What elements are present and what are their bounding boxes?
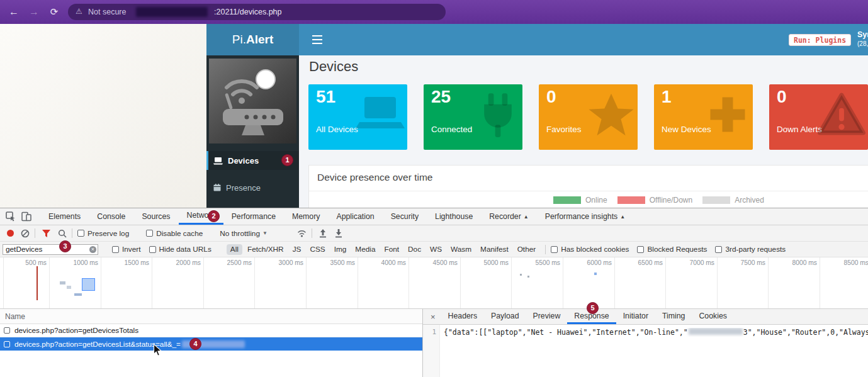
forward-button[interactable]: → <box>26 4 42 20</box>
warning-triangle-icon <box>818 92 865 138</box>
annotation-badge-3: 3 <box>59 240 71 252</box>
clear-filter-icon[interactable]: × <box>89 246 96 253</box>
router-logo-image <box>209 59 296 143</box>
inspect-element-icon[interactable] <box>6 211 16 222</box>
timeline-tick: 8000 ms <box>781 259 817 266</box>
timeline-tick: 6000 ms <box>575 259 612 266</box>
hamburger-menu-icon[interactable] <box>312 35 322 44</box>
throttling-dropdown[interactable]: No throttling▼ <box>220 229 268 238</box>
chevron-down-icon: ▼ <box>262 230 268 236</box>
not-secure-warning-icon: ⚠ <box>76 7 82 16</box>
calendar-icon <box>213 184 221 191</box>
address-bar[interactable]: ⚠ Not secure :20211/devices.php <box>68 4 446 20</box>
invert-checkbox[interactable]: Invert <box>112 245 141 254</box>
annotation-badge-2: 2 <box>208 210 220 222</box>
activity-bar <box>74 293 82 296</box>
run-plugins-button[interactable]: Run: Plugins <box>789 34 851 46</box>
filter-input[interactable] <box>3 244 98 255</box>
devtools-panel: Elements Console Sources Network Perform… <box>0 208 868 377</box>
filter-funnel-icon[interactable] <box>42 229 51 238</box>
detail-tab-payload[interactable]: Payload <box>484 309 526 324</box>
back-button[interactable]: ← <box>6 4 21 20</box>
detail-tab-timing[interactable]: Timing <box>655 309 692 324</box>
has-blocked-cookies-checkbox[interactable]: Has blocked cookies <box>551 245 629 254</box>
filter-type-js[interactable]: JS <box>289 244 305 255</box>
tab-recorder[interactable]: Recorder▲ <box>481 208 537 225</box>
line-number-gutter: 1 <box>423 325 440 377</box>
timeline-tick: 5000 ms <box>472 259 509 266</box>
detail-tab-cookies[interactable]: Cookies <box>692 309 733 324</box>
clear-icon[interactable] <box>21 229 30 238</box>
detail-tab-preview[interactable]: Preview <box>526 309 568 324</box>
network-overview-timeline[interactable]: 500 ms 1000 ms 1500 ms 2000 ms 2500 ms 3… <box>0 257 868 309</box>
preserve-log-checkbox[interactable]: Preserve log <box>77 229 129 238</box>
tab-memory[interactable]: Memory <box>284 208 328 225</box>
star-icon <box>587 92 635 140</box>
card-new-devices[interactable]: 1 New Devices <box>654 84 753 150</box>
detail-tab-headers[interactable]: Headers <box>441 309 484 324</box>
card-new-devices-label: New Devices <box>662 125 711 134</box>
filter-type-font[interactable]: Font <box>380 244 403 255</box>
detail-tab-initiator[interactable]: Initiator <box>616 309 655 324</box>
card-connected-value: 25 <box>431 87 451 107</box>
tab-recorder-label: Recorder <box>489 209 521 225</box>
tab-sources[interactable]: Sources <box>133 208 178 225</box>
user-info-line1: Sym <box>857 30 868 40</box>
filter-type-doc[interactable]: Doc <box>404 244 425 255</box>
import-har-icon[interactable] <box>318 228 327 238</box>
tab-application[interactable]: Application <box>328 208 382 225</box>
device-toolbar-icon[interactable] <box>21 211 31 222</box>
request-list-name-header[interactable]: Name <box>0 309 422 324</box>
export-har-icon[interactable] <box>334 228 343 238</box>
filter-type-media[interactable]: Media <box>351 244 379 255</box>
redacted-response-value <box>689 328 743 335</box>
record-button[interactable] <box>7 230 14 237</box>
filter-type-css[interactable]: CSS <box>306 244 329 255</box>
card-new-devices-value: 1 <box>662 87 672 107</box>
laptop-icon <box>356 92 405 136</box>
card-favorites[interactable]: 0 Favorites <box>539 84 638 150</box>
checkbox-icon <box>77 230 84 237</box>
filter-type-fetch-xhr[interactable]: Fetch/XHR <box>244 244 288 255</box>
hide-data-urls-checkbox[interactable]: Hide data URLs <box>149 245 211 254</box>
request-row[interactable]: devices.php?action=getDevicesTotals <box>0 324 422 337</box>
network-conditions-icon[interactable] <box>297 229 307 237</box>
tab-performance-insights[interactable]: Performance insights▲ <box>537 208 633 225</box>
card-down-alerts[interactable]: 0 Down Alerts <box>769 84 868 150</box>
reload-button[interactable]: ⟳ <box>47 4 62 20</box>
blocked-requests-checkbox[interactable]: Blocked Requests <box>637 245 707 254</box>
filter-type-manifest[interactable]: Manifest <box>476 244 512 255</box>
load-event-marker <box>37 266 38 300</box>
tab-console[interactable]: Console <box>89 208 133 225</box>
filter-type-img[interactable]: Img <box>330 244 351 255</box>
filter-type-all[interactable]: All <box>227 244 242 255</box>
checkbox-icon <box>146 230 153 237</box>
mouse-cursor <box>153 344 162 359</box>
legend-swatch-online <box>553 196 581 204</box>
filter-type-wasm[interactable]: Wasm <box>447 244 475 255</box>
search-icon[interactable] <box>58 229 67 238</box>
card-down-alerts-label: Down Alerts <box>777 125 822 134</box>
card-all-devices[interactable]: 51 All Devices <box>308 84 407 150</box>
brand-logo[interactable]: Pi.Alert <box>206 24 299 55</box>
request-detail-pane: × Headers Payload Preview Response Initi… <box>423 309 868 377</box>
tab-performance[interactable]: Performance <box>223 208 284 225</box>
disable-cache-checkbox[interactable]: Disable cache <box>146 229 203 238</box>
user-info[interactable]: Sym (28, <box>857 30 868 48</box>
close-icon[interactable]: × <box>423 312 441 322</box>
request-type-filters: All Fetch/XHR JS CSS Img Media Font Doc … <box>226 244 540 255</box>
not-secure-label[interactable]: Not secure <box>88 8 126 16</box>
third-party-requests-checkbox[interactable]: 3rd-party requests <box>715 245 786 254</box>
tab-lighthouse[interactable]: Lighthouse <box>427 208 481 225</box>
devtools-tabs: Elements Console Sources Network Perform… <box>40 208 633 225</box>
timeline-tick: 7500 ms <box>729 259 765 266</box>
blocked-requests-label: Blocked Requests <box>647 245 707 254</box>
filter-type-ws[interactable]: WS <box>426 244 446 255</box>
sidebar-item-presence[interactable]: Presence <box>206 178 299 197</box>
card-connected[interactable]: 25 Connected <box>424 84 522 150</box>
filter-type-other[interactable]: Other <box>514 244 540 255</box>
tab-security[interactable]: Security <box>383 208 427 225</box>
request-row-selected[interactable]: devices.php?action=getDevicesList&status… <box>0 337 422 351</box>
hide-data-urls-label: Hide data URLs <box>159 245 211 254</box>
tab-elements[interactable]: Elements <box>40 208 89 225</box>
